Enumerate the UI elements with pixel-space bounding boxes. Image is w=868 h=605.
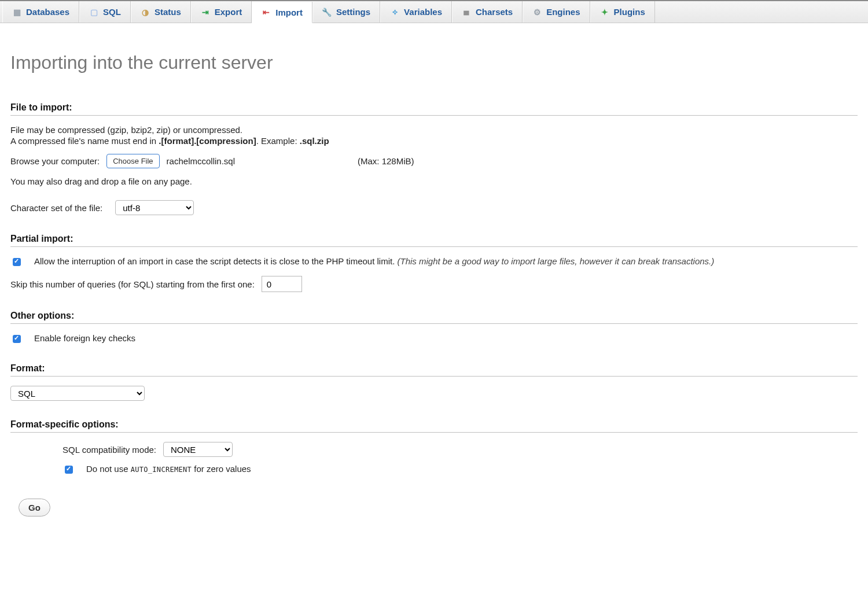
tab-label: Engines xyxy=(546,7,580,17)
max-size-label: (Max: 128MiB) xyxy=(358,156,414,166)
tab-status[interactable]: ◑ Status xyxy=(131,1,191,23)
text-bold: .sql.zip xyxy=(300,136,329,146)
allow-interrupt-checkbox[interactable] xyxy=(13,258,21,266)
skip-row: Skip this number of queries (for SQL) st… xyxy=(10,276,858,292)
charset-select[interactable]: utf-8 xyxy=(115,200,194,215)
tab-label: Plugins xyxy=(614,7,645,17)
import-icon: ⇤ xyxy=(262,8,271,17)
variables-icon: ⟡ xyxy=(390,8,399,17)
choose-file-button[interactable]: Choose File xyxy=(106,154,159,168)
section-title: Partial import: xyxy=(10,234,858,244)
section-title: Other options: xyxy=(10,311,858,321)
code-text: AUTO_INCREMENT xyxy=(131,466,192,474)
fk-checkbox[interactable] xyxy=(13,335,21,343)
compat-select[interactable]: NONE xyxy=(163,442,233,457)
divider xyxy=(10,376,858,377)
tab-label: Export xyxy=(215,7,242,17)
charsets-icon: ≣ xyxy=(462,8,471,17)
format-row: SQL xyxy=(10,386,858,401)
tab-databases[interactable]: ▦ Databases xyxy=(2,1,79,23)
browse-label: Browse your computer: xyxy=(10,156,100,166)
go-row: Go xyxy=(10,499,858,517)
text: A compressed file's name must end in xyxy=(10,136,159,146)
hint-text: (This might be a good way to import larg… xyxy=(398,256,715,266)
section-format: Format: SQL xyxy=(10,363,858,401)
divider xyxy=(10,432,858,433)
text: Allow the interruption of an import in c… xyxy=(34,256,398,266)
page-body: Importing into the current server File t… xyxy=(0,23,868,540)
settings-icon: 🔧 xyxy=(322,8,332,17)
fk-row: Enable foreign key checks xyxy=(10,333,858,345)
top-tabbar: ▦ Databases ▢ SQL ◑ Status ⇥ Export ⇤ Im… xyxy=(0,0,868,23)
section-title: Format: xyxy=(10,363,858,374)
text: for zero values xyxy=(192,464,251,474)
file-browse-row: Browse your computer: Choose File rachel… xyxy=(10,154,858,168)
file-compress-hint-2: A compressed file's name must end in .[f… xyxy=(10,136,858,146)
tab-settings[interactable]: 🔧 Settings xyxy=(312,1,380,23)
file-compress-hint-1: File may be compressed (gzip, bzip2, zip… xyxy=(10,125,858,135)
export-icon: ⇥ xyxy=(201,8,210,17)
autoinc-checkbox[interactable] xyxy=(65,466,73,474)
tab-charsets[interactable]: ≣ Charsets xyxy=(452,1,523,23)
text-bold: .[format].[compression] xyxy=(159,136,256,146)
sql-icon: ▢ xyxy=(89,8,98,17)
chosen-file-name: rachelmccollin.sql xyxy=(167,156,235,166)
section-partial: Partial import: Allow the interruption o… xyxy=(10,234,858,292)
page-title: Importing into the current server xyxy=(10,52,858,73)
divider xyxy=(10,246,858,247)
section-title: Format-specific options: xyxy=(10,419,858,430)
skip-label: Skip this number of queries (for SQL) st… xyxy=(10,279,255,289)
text: Do not use xyxy=(86,464,131,474)
compat-label: SQL compatibility mode: xyxy=(62,445,156,455)
plugins-icon: ✦ xyxy=(600,8,609,17)
skip-input[interactable] xyxy=(262,276,302,292)
drag-hint: You may also drag and drop a file on any… xyxy=(10,176,858,186)
tab-label: Settings xyxy=(336,7,370,17)
tab-plugins[interactable]: ✦ Plugins xyxy=(590,1,655,23)
section-title: File to import: xyxy=(10,102,858,113)
database-icon: ▦ xyxy=(12,8,21,17)
section-file: File to import: File may be compressed (… xyxy=(10,102,858,215)
divider xyxy=(10,115,858,116)
tab-label: Databases xyxy=(26,7,69,17)
go-button[interactable]: Go xyxy=(19,499,50,517)
tab-export[interactable]: ⇥ Export xyxy=(191,1,252,23)
compat-row: SQL compatibility mode: NONE xyxy=(62,442,858,457)
tab-engines[interactable]: ⚙ Engines xyxy=(523,1,590,23)
fk-label: Enable foreign key checks xyxy=(34,333,135,343)
tab-label: SQL xyxy=(103,7,121,17)
allow-interrupt-row: Allow the interruption of an import in c… xyxy=(10,256,858,268)
fso-indent: SQL compatibility mode: NONE Do not use … xyxy=(10,442,858,475)
charset-row: Character set of the file: utf-8 xyxy=(10,200,858,215)
autoinc-label: Do not use AUTO_INCREMENT for zero value… xyxy=(86,464,251,474)
tab-label: Variables xyxy=(404,7,442,17)
text: . Example: xyxy=(256,136,300,146)
tab-label: Status xyxy=(155,7,181,17)
divider xyxy=(10,323,858,324)
section-other: Other options: Enable foreign key checks xyxy=(10,311,858,345)
tab-variables[interactable]: ⟡ Variables xyxy=(380,1,452,23)
status-icon: ◑ xyxy=(141,8,150,17)
charset-label: Character set of the file: xyxy=(10,203,102,213)
format-select[interactable]: SQL xyxy=(10,386,145,401)
tab-import[interactable]: ⇤ Import xyxy=(252,2,312,23)
allow-interrupt-label: Allow the interruption of an import in c… xyxy=(34,256,714,266)
tab-label: Import xyxy=(275,8,303,17)
tab-label: Charsets xyxy=(476,7,513,17)
section-fso: Format-specific options: SQL compatibili… xyxy=(10,419,858,475)
engines-icon: ⚙ xyxy=(532,8,542,17)
autoinc-row: Do not use AUTO_INCREMENT for zero value… xyxy=(62,464,858,475)
tab-sql[interactable]: ▢ SQL xyxy=(79,1,131,23)
